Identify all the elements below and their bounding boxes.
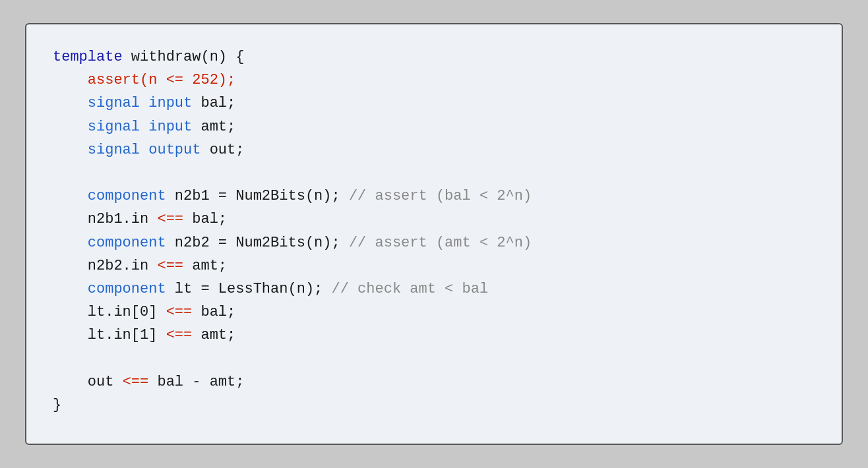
code-span [53, 119, 88, 135]
code-span: withdraw(n) { [131, 49, 245, 65]
code-span: amt; [183, 258, 227, 274]
code-span: <== [123, 374, 149, 390]
code-span [53, 142, 88, 158]
code-span: out [53, 374, 123, 390]
code-span [53, 281, 88, 297]
code-span: signal [88, 95, 140, 111]
code-span [53, 188, 88, 204]
code-span: lt = LessThan(n); [166, 281, 332, 297]
code-span: <== [166, 327, 193, 343]
code-block: template withdraw(n) { assert(n <= 252);… [53, 45, 815, 417]
code-span: assert(n <= 252); [53, 72, 235, 88]
code-span: // assert (bal < 2^n) [349, 188, 532, 204]
code-span: signal [88, 142, 140, 158]
code-span: input [148, 95, 192, 111]
code-span: amt; [192, 119, 235, 135]
code-span: template [53, 49, 131, 65]
code-container: template withdraw(n) { assert(n <= 252);… [25, 23, 843, 445]
code-span: <== [157, 211, 183, 227]
code-span [53, 95, 88, 111]
code-span: bal; [183, 211, 227, 227]
code-span: signal [88, 119, 140, 135]
code-span: n2b1 = Num2Bits(n); [166, 188, 349, 204]
code-span [140, 142, 148, 158]
code-span: component [88, 188, 166, 204]
code-span: output [148, 142, 201, 158]
code-span: n2b1.in [53, 211, 157, 227]
code-span: bal; [192, 304, 235, 320]
code-span: lt.in[0] [53, 304, 166, 320]
code-span: <== [157, 258, 183, 274]
code-span: input [148, 119, 192, 135]
code-span: // assert (amt < 2^n) [349, 235, 532, 251]
code-span: lt.in[1] [53, 327, 166, 343]
code-span: component [88, 235, 166, 251]
code-span [53, 235, 88, 251]
code-span: bal; [192, 95, 235, 111]
code-span: n2b2 = Num2Bits(n); [166, 235, 349, 251]
code-span: out; [201, 142, 244, 158]
code-span: n2b2.in [53, 258, 157, 274]
code-span [140, 95, 148, 111]
code-span: // check amt < bal [331, 281, 488, 297]
code-span: } [53, 397, 61, 413]
code-span [140, 119, 148, 135]
code-span: <== [166, 304, 193, 320]
code-span: bal - amt; [148, 374, 244, 390]
code-span: amt; [192, 327, 235, 343]
code-span: component [88, 281, 166, 297]
